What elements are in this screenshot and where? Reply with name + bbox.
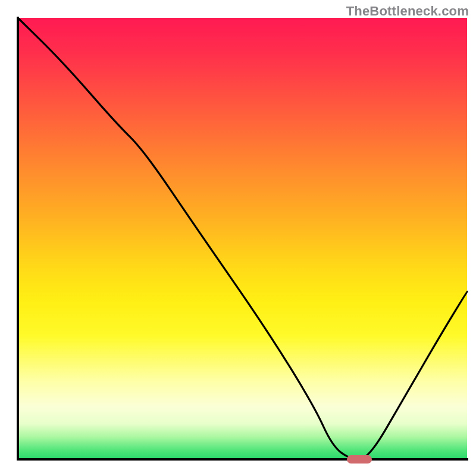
chart-stage: TheBottleneck.com [0, 0, 476, 476]
watermark-text: TheBottleneck.com [346, 4, 469, 19]
optimum-marker [347, 455, 372, 464]
plot-gradient-background [18, 18, 467, 459]
